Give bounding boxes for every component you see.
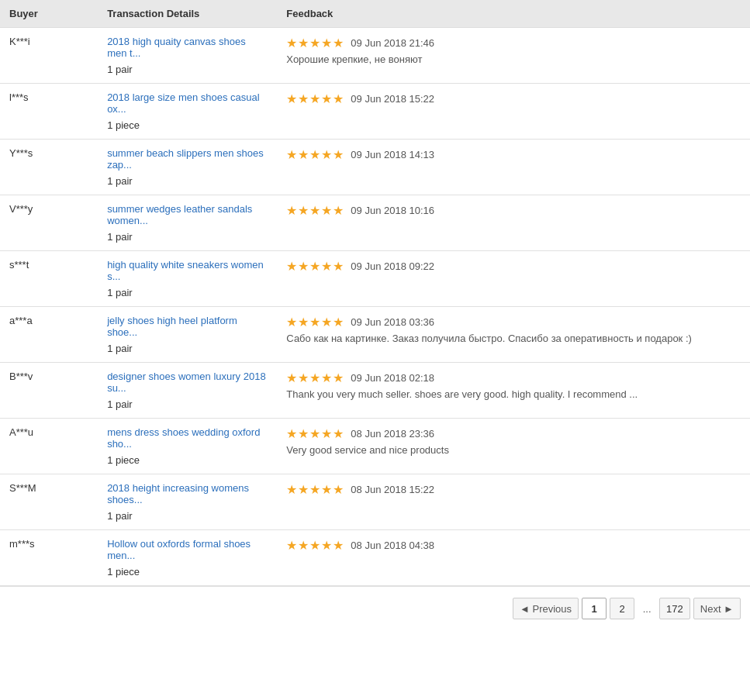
table-row: a***a jelly shoes high heel platform sho… xyxy=(0,307,750,363)
quantity-label: 1 pair xyxy=(107,231,268,243)
buyer-cell: m***s xyxy=(0,530,98,586)
feedback-row-top: ★★★★★ 09 Jun 2018 03:36 xyxy=(286,315,741,329)
feedback-date: 08 Jun 2018 23:36 xyxy=(351,428,434,440)
table-row: s***t high quality white sneakers women … xyxy=(0,251,750,307)
feedback-cell: ★★★★★ 09 Jun 2018 10:16 xyxy=(277,195,750,251)
transaction-cell: 2018 high quaity canvas shoes men t... 1… xyxy=(98,28,277,84)
buyer-cell: s***t xyxy=(0,251,98,307)
page-1-button[interactable]: 1 xyxy=(582,598,607,619)
transaction-cell: summer wedges leather sandals women... 1… xyxy=(98,195,277,251)
buyer-cell: B***v xyxy=(0,363,98,419)
feedback-date: 09 Jun 2018 02:18 xyxy=(351,372,434,384)
feedback-row-top: ★★★★★ 09 Jun 2018 10:16 xyxy=(286,203,741,218)
table-row: S***M 2018 height increasing womens shoe… xyxy=(0,474,750,530)
star-rating: ★★★★★ xyxy=(286,147,344,162)
previous-button[interactable]: ◄ Previous xyxy=(513,598,579,619)
table-row: A***u mens dress shoes wedding oxford sh… xyxy=(0,419,750,474)
feedback-cell: ★★★★★ 09 Jun 2018 21:46 Хорошие крепкие,… xyxy=(277,28,750,84)
feedback-row-top: ★★★★★ 09 Jun 2018 14:13 xyxy=(286,147,741,162)
feedback-date: 09 Jun 2018 09:22 xyxy=(351,260,434,272)
transaction-link[interactable]: 2018 high quaity canvas shoes men t... xyxy=(107,36,268,59)
transaction-cell: 2018 large size men shoes casual ox... 1… xyxy=(98,84,277,140)
star-rating: ★★★★★ xyxy=(286,315,344,329)
star-rating: ★★★★★ xyxy=(286,371,344,385)
transaction-link[interactable]: 2018 large size men shoes casual ox... xyxy=(107,91,268,115)
feedback-cell: ★★★★★ 09 Jun 2018 03:36 Сабо как на карт… xyxy=(277,307,750,363)
quantity-label: 1 piece xyxy=(107,119,268,131)
feedback-date: 09 Jun 2018 10:16 xyxy=(351,205,434,216)
feedback-text: Thank you very much seller. shoes are ve… xyxy=(286,388,741,400)
column-feedback: Feedback xyxy=(277,0,750,28)
page-2-button[interactable]: 2 xyxy=(610,598,634,619)
feedback-cell: ★★★★★ 09 Jun 2018 09:22 xyxy=(277,251,750,307)
transaction-link[interactable]: high quality white sneakers women s... xyxy=(107,259,268,282)
quantity-label: 1 piece xyxy=(107,454,268,466)
page-ellipsis: ... xyxy=(638,598,656,619)
star-rating: ★★★★★ xyxy=(286,203,344,218)
buyer-cell: A***u xyxy=(0,419,98,474)
quantity-label: 1 pair xyxy=(107,343,268,354)
feedback-text: Сабо как на картинке. Заказ получила быс… xyxy=(286,333,741,344)
feedback-text: Very good service and nice products xyxy=(286,444,741,456)
transaction-cell: high quality white sneakers women s... 1… xyxy=(98,251,277,307)
star-rating: ★★★★★ xyxy=(286,259,344,274)
feedback-date: 08 Jun 2018 04:38 xyxy=(351,540,434,551)
feedback-cell: ★★★★★ 08 Jun 2018 23:36 Very good servic… xyxy=(277,419,750,474)
transaction-cell: 2018 height increasing womens shoes... 1… xyxy=(98,474,277,530)
buyer-cell: V***y xyxy=(0,195,98,251)
quantity-label: 1 piece xyxy=(107,566,268,578)
table-row: V***y summer wedges leather sandals wome… xyxy=(0,195,750,251)
feedback-row-top: ★★★★★ 08 Jun 2018 23:36 xyxy=(286,426,741,441)
transaction-cell: jelly shoes high heel platform shoe... 1… xyxy=(98,307,277,363)
transaction-link[interactable]: 2018 height increasing womens shoes... xyxy=(107,482,268,505)
pagination-bar: ◄ Previous 1 2 ... 172 Next ► xyxy=(0,586,750,630)
feedback-date: 09 Jun 2018 03:36 xyxy=(351,316,434,328)
transaction-link[interactable]: mens dress shoes wedding oxford sho... xyxy=(107,426,268,450)
quantity-label: 1 pair xyxy=(107,287,268,298)
transaction-link[interactable]: designer shoes women luxury 2018 su... xyxy=(107,371,268,394)
column-buyer: Buyer xyxy=(0,0,98,28)
feedback-row-top: ★★★★★ 08 Jun 2018 15:22 xyxy=(286,482,741,497)
feedback-cell: ★★★★★ 09 Jun 2018 14:13 xyxy=(277,140,750,195)
page-172-button[interactable]: 172 xyxy=(659,598,690,619)
feedback-date: 09 Jun 2018 14:13 xyxy=(351,149,434,160)
star-rating: ★★★★★ xyxy=(286,482,344,497)
feedback-row-top: ★★★★★ 09 Jun 2018 09:22 xyxy=(286,259,741,274)
table-row: m***s Hollow out oxfords formal shoes me… xyxy=(0,530,750,586)
feedback-date: 09 Jun 2018 21:46 xyxy=(351,37,434,49)
feedback-date: 09 Jun 2018 15:22 xyxy=(351,93,434,105)
star-rating: ★★★★★ xyxy=(286,538,344,553)
transaction-link[interactable]: Hollow out oxfords formal shoes men... xyxy=(107,538,268,561)
transaction-link[interactable]: jelly shoes high heel platform shoe... xyxy=(107,315,268,338)
transaction-link[interactable]: summer beach slippers men shoes zap... xyxy=(107,147,268,171)
buyer-cell: l***s xyxy=(0,84,98,140)
transaction-link[interactable]: summer wedges leather sandals women... xyxy=(107,203,268,226)
quantity-label: 1 pair xyxy=(107,398,268,410)
table-row: B***v designer shoes women luxury 2018 s… xyxy=(0,363,750,419)
buyer-cell: S***M xyxy=(0,474,98,530)
transaction-cell: mens dress shoes wedding oxford sho... 1… xyxy=(98,419,277,474)
feedback-cell: ★★★★★ 09 Jun 2018 02:18 Thank you very m… xyxy=(277,363,750,419)
next-button[interactable]: Next ► xyxy=(693,598,741,619)
feedback-cell: ★★★★★ 08 Jun 2018 04:38 xyxy=(277,530,750,586)
quantity-label: 1 pair xyxy=(107,510,268,522)
table-row: l***s 2018 large size men shoes casual o… xyxy=(0,84,750,140)
reviews-container: Buyer Transaction Details Feedback K***i… xyxy=(0,0,750,630)
star-rating: ★★★★★ xyxy=(286,36,344,50)
table-row: Y***s summer beach slippers men shoes za… xyxy=(0,140,750,195)
table-header-row: Buyer Transaction Details Feedback xyxy=(0,0,750,28)
star-rating: ★★★★★ xyxy=(286,426,344,441)
table-row: K***i 2018 high quaity canvas shoes men … xyxy=(0,28,750,84)
feedback-row-top: ★★★★★ 08 Jun 2018 04:38 xyxy=(286,538,741,553)
feedback-row-top: ★★★★★ 09 Jun 2018 21:46 xyxy=(286,36,741,50)
feedback-date: 08 Jun 2018 15:22 xyxy=(351,484,434,495)
transaction-cell: Hollow out oxfords formal shoes men... 1… xyxy=(98,530,277,586)
quantity-label: 1 pair xyxy=(107,175,268,187)
buyer-cell: K***i xyxy=(0,28,98,84)
feedback-row-top: ★★★★★ 09 Jun 2018 02:18 xyxy=(286,371,741,385)
column-transaction: Transaction Details xyxy=(98,0,277,28)
feedback-row-top: ★★★★★ 09 Jun 2018 15:22 xyxy=(286,91,741,106)
feedback-text: Хорошие крепкие, не воняют xyxy=(286,53,741,65)
quantity-label: 1 pair xyxy=(107,64,268,75)
feedback-cell: ★★★★★ 09 Jun 2018 15:22 xyxy=(277,84,750,140)
